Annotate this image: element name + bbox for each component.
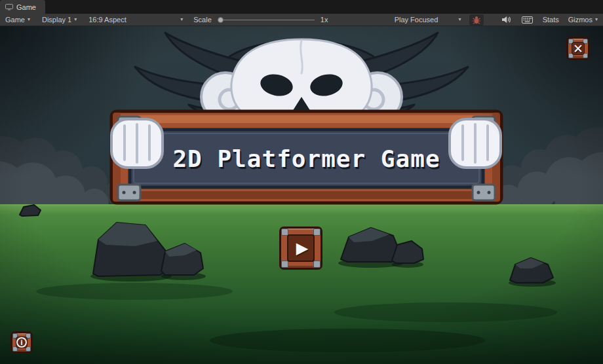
metal-corner: [313, 228, 321, 236]
info-button-panel: [16, 337, 28, 348]
game-mode-dropdown[interactable]: Game ▾: [4, 16, 31, 24]
play-button-panel: [287, 234, 315, 262]
chevron-down-icon: ▾: [459, 17, 461, 22]
play-button[interactable]: ▶: [279, 227, 322, 270]
game-view-toolbar: Game ▾ Display 1 ▾ 16:9 Aspect ▾ Scale 1…: [0, 14, 603, 26]
stats-button[interactable]: Stats: [541, 16, 560, 24]
chevron-down-icon: ▾: [595, 17, 598, 22]
keyboard-icon: [522, 16, 533, 24]
chevron-down-icon: ▾: [74, 17, 77, 22]
metal-corner: [313, 261, 321, 268]
play-focused-dropdown[interactable]: Play Focused ▾: [393, 16, 463, 24]
game-viewport: 2D Platformer Game ▶ ✕ i: [0, 26, 603, 364]
keyboard-button[interactable]: [520, 14, 535, 26]
play-icon: ▶: [296, 240, 308, 256]
toolbar-left-group: Game ▾ Display 1 ▾ 16:9 Aspect ▾ Scale 1…: [4, 16, 328, 24]
scale-slider[interactable]: [218, 16, 315, 24]
scale-slider-knob[interactable]: [218, 17, 224, 23]
metal-corner: [12, 346, 18, 352]
display-label: Display 1: [42, 16, 71, 24]
game-view-icon: [5, 4, 13, 10]
chevron-down-icon: ▾: [180, 17, 183, 22]
metal-corner: [568, 53, 574, 58]
gizmos-label: Gizmos: [568, 16, 593, 24]
metal-corner: [281, 261, 288, 268]
tab-game[interactable]: Game: [0, 0, 45, 14]
close-button-panel: [572, 42, 585, 55]
aspect-ratio-dropdown[interactable]: 16:9 Aspect ▾: [87, 16, 184, 24]
game-mode-label: Game: [5, 16, 25, 24]
close-icon: ✕: [573, 43, 583, 55]
frame-debugger-button[interactable]: [469, 14, 484, 26]
scale-value: 1x: [321, 16, 328, 24]
metal-corner: [281, 228, 288, 236]
tab-game-label: Game: [16, 3, 36, 11]
chevron-down-icon: ▾: [28, 17, 30, 22]
aspect-ratio-label: 16:9 Aspect: [88, 16, 126, 24]
metal-corner: [568, 39, 574, 44]
metal-corner: [12, 333, 18, 338]
grass-shade-streak: [210, 329, 485, 352]
gizmos-dropdown[interactable]: Gizmos ▾: [567, 16, 599, 24]
toolbar-right-group: Play Focused ▾: [393, 14, 599, 26]
display-dropdown[interactable]: Display 1 ▾: [41, 16, 78, 24]
grass-shade-streak: [36, 283, 233, 300]
mute-audio-button[interactable]: [499, 14, 514, 26]
metal-corner: [583, 53, 588, 58]
scale-label: Scale: [193, 16, 212, 24]
unity-game-view-window: Game Game ▾ Display 1 ▾ 16:9 Aspect ▾ Sc…: [0, 0, 603, 364]
close-button[interactable]: ✕: [566, 37, 590, 60]
play-focused-label: Play Focused: [395, 16, 438, 24]
metal-corner: [583, 39, 588, 44]
metal-corner: [26, 346, 31, 352]
metal-corner: [26, 333, 31, 338]
speaker-icon: [501, 16, 511, 24]
bug-icon: [472, 16, 481, 24]
info-icon: i: [16, 337, 27, 348]
info-button[interactable]: i: [10, 331, 33, 354]
scale-control: Scale 1x: [193, 16, 328, 24]
grass-shade-streak: [334, 302, 557, 322]
tab-bar: Game: [0, 0, 603, 14]
